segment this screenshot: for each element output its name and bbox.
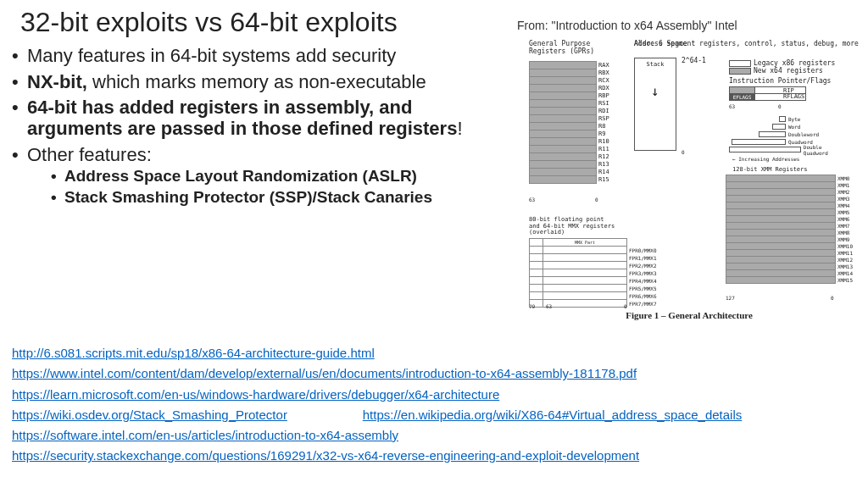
bullet-2: NX-bit, which marks memory as non-execut… bbox=[12, 72, 512, 93]
ip-63: 63 bbox=[729, 103, 735, 109]
figure-caption: Figure 1 – General Architecture bbox=[515, 310, 863, 320]
slide-title: 32-bit exploits vs 64-bit exploits bbox=[20, 7, 398, 38]
legend-new: New x64 registers bbox=[754, 67, 823, 75]
increasing-addresses: ← Increasing Addresses bbox=[732, 156, 799, 162]
addr-top: 2^64-1 bbox=[682, 58, 706, 65]
stack-label: Stack bbox=[637, 61, 673, 68]
link-3[interactable]: https://learn.microsoft.com/en-us/window… bbox=[12, 387, 499, 402]
ip-title: Instruction Pointer/Flags bbox=[729, 78, 831, 86]
legend: Legacy x86 registers New x64 registers bbox=[729, 59, 835, 75]
fpr-0: 0 bbox=[624, 303, 627, 309]
address-space-box: Stack bbox=[634, 58, 676, 151]
sub-bullet-1: Address Space Layout Randomization (ASLR… bbox=[51, 167, 512, 186]
xmm-127: 127 bbox=[726, 295, 735, 301]
link-2[interactable]: https://www.intel.com/content/dam/develo… bbox=[12, 366, 637, 380]
bullet-list: Many features in 64-bit systems add secu… bbox=[12, 46, 512, 213]
bullet-4: Other features: Address Space Layout Ran… bbox=[12, 145, 512, 208]
link-1[interactable]: http://6.s081.scripts.mit.edu/sp18/x86-6… bbox=[12, 346, 375, 360]
fpr-63: 63 bbox=[546, 303, 552, 309]
xmm-registers: XMM0XMM1XMM2XMM3XMM4XMM5XMM6XMM7XMM8XMM9… bbox=[726, 175, 858, 284]
gpr-63: 63 bbox=[529, 197, 535, 202]
architecture-diagram: General Purpose Registers (GPRs) Also: 6… bbox=[515, 41, 863, 320]
bullet-1: Many features in 64-bit systems add secu… bbox=[12, 46, 512, 67]
addr-title: Address Space bbox=[634, 41, 687, 48]
sub-bullet-2: Stack Smashing Protector (SSP)/Stack Can… bbox=[51, 188, 512, 208]
ip-0: 0 bbox=[778, 103, 782, 109]
ip-row-labels: RIP RFLAGS bbox=[783, 88, 804, 100]
fpr-title: 80-bit floating point and 64-bit MMX reg… bbox=[529, 217, 665, 236]
legend-legacy: Legacy x86 registers bbox=[754, 59, 835, 67]
bullet-3: 64-bit has added registers in assembly, … bbox=[12, 97, 512, 139]
link-6[interactable]: https://software.intel.com/en-us/article… bbox=[12, 428, 398, 442]
link-7[interactable]: https://security.stackexchange.com/quest… bbox=[12, 448, 639, 463]
xmm-title: 128-bit XMM Registers bbox=[732, 166, 808, 173]
source-caption: From: "Introduction to x64 Assembly" Int… bbox=[517, 19, 737, 32]
addr-0: 0 bbox=[682, 149, 685, 155]
xmm-0: 0 bbox=[831, 295, 834, 301]
gpr-title: General Purpose Registers (GPRs) bbox=[529, 41, 594, 56]
fpr-registers: 80-bit floating point and 64-bit MMX reg… bbox=[529, 217, 665, 308]
link-4[interactable]: https://wiki.osdev.org/Stack_Smashing_Pr… bbox=[12, 408, 287, 422]
arrow-down-icon: ↓ bbox=[651, 83, 659, 99]
gpr-registers: RAXRBXRCXRDXRBPRSIRDIRSPR8R9R10R11R12R13… bbox=[529, 61, 617, 184]
link-5[interactable]: https://en.wikipedia.org/wiki/X86-64#Vir… bbox=[363, 408, 743, 422]
fpr-79: 79 bbox=[529, 303, 535, 309]
gpr-0: 0 bbox=[595, 197, 598, 202]
reference-links: http://6.s081.scripts.mit.edu/sp18/x86-6… bbox=[12, 346, 860, 469]
size-diagram: ByteWordDoublewordQuadwordDouble Quadwor… bbox=[729, 115, 839, 153]
